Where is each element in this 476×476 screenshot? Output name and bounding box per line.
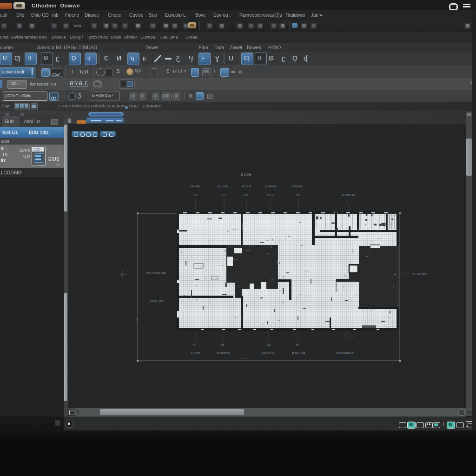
svg-text:ѲꞀꞖᏫ(Ѳ): ѲꞀꞖᏫ(Ѳ) bbox=[342, 193, 355, 196]
svg-text:ᏟΆƐꞖᏔ: ᏟΆƐꞖᏔ bbox=[190, 185, 200, 188]
svg-text:ʋɜʋ: ʋɜʋ bbox=[244, 193, 248, 196]
svg-text:ꞖᏞƩᎨᏫ: ꞖᏞƩᎨᏫ bbox=[242, 185, 251, 188]
svg-text:ƐѲѲꞄꞀᎯꞖ: ƐѲѲꞄꞀᎯꞖ bbox=[150, 299, 164, 303]
svg-text:ɒɞ: ɒɞ bbox=[267, 344, 271, 346]
svg-text:ꞄꞮѲΆꞘꞀꞖ: ꞄꞮѲΆꞘꞀꞖ bbox=[261, 351, 275, 355]
svg-text:ꞂѲɪ: ꞂѲɪ bbox=[136, 317, 139, 322]
svg-text:ꞀѲꞨ ΆѲꞂѲꞀꞖᏫ: ꞀѲꞨ ΆѲꞂѲꞀꞖᏫ bbox=[145, 271, 166, 274]
svg-text:⅍: ⅍ bbox=[193, 344, 196, 346]
svg-text:ƐƐꞀꞂѲᏔɪ: ƐƐꞀꞂѲᏔɪ bbox=[217, 351, 230, 354]
svg-text:ᵤᵥᵤ ᵤ₁₀: ᵤᵥᵤ ᵤ₁₀ bbox=[241, 357, 247, 359]
svg-text:ꞒΆᎮꞂᏔ: ꞒΆᎮꞂᏔ bbox=[292, 185, 303, 188]
svg-text:ꞖꞀƐꞀꞂɞꞖ: ꞖꞀƐꞀꞂɞꞖ bbox=[292, 351, 305, 355]
svg-text:ꞘƐꞂᏔꜪꞖꞖᏞᏤ: ꞘƐꞂᏔꜪꞖꞖᏞᏤ bbox=[336, 351, 354, 355]
svg-text:ⱻ⅌: ⱻ⅌ bbox=[296, 344, 299, 346]
svg-text:ᏔᎯᏫꞖᏫ: ᏔᎯᏫꞖᏫ bbox=[264, 185, 277, 188]
svg-text:ɛ5: ɛ5 bbox=[221, 344, 225, 346]
svg-text:ꞘꞀꞘʋ: ꞘꞀꞘʋ bbox=[267, 193, 274, 196]
svg-text:ꞘꞀꞀꞖꞘꞖᏫ: ꞘꞀꞀꞖꞘꞖᏫ bbox=[413, 272, 427, 275]
svg-text:Ꞁ7ʋ: Ꞁ7ʋ bbox=[221, 193, 226, 196]
svg-text:4ɪ1: 4ɪ1 bbox=[193, 193, 197, 196]
svg-text:ƐꞀꞀᏔɪ: ƐꞀꞀᏔɪ bbox=[191, 351, 200, 354]
svg-text:ѲᏞꞂѲꞖ: ѲᏞꞂѲꞖ bbox=[218, 185, 228, 188]
svg-text:4ɪʋ: 4ɪʋ bbox=[296, 193, 300, 196]
